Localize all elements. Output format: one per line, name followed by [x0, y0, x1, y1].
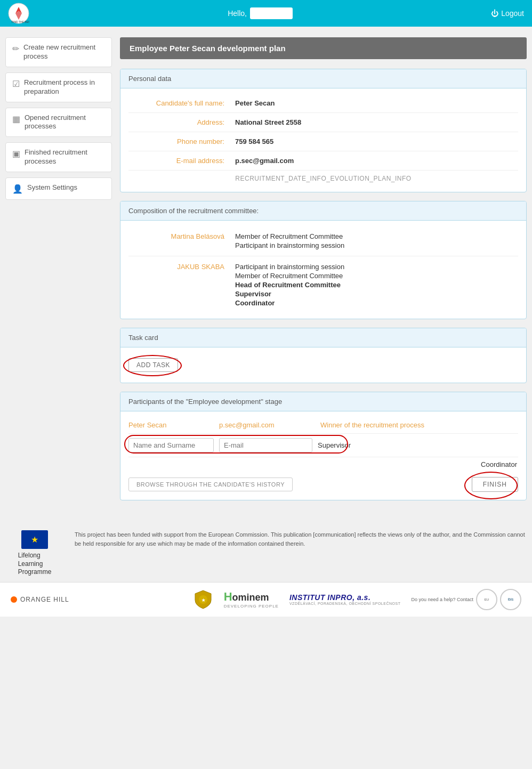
- personal-data-header: Personal data: [120, 69, 526, 88]
- sidebar-item-opened-recruitment[interactable]: ▦ Opened recruitment processes: [5, 108, 112, 137]
- checkbox-icon: ☑: [12, 79, 20, 89]
- page-title: Employee Peter Secan development plan: [120, 37, 527, 59]
- address-label: Address:: [128, 118, 235, 126]
- committee-card: Composition of the recruitment committee…: [120, 201, 527, 319]
- participant-name-0: Peter Secan: [128, 421, 214, 429]
- app-logo: FIND THE BEST: [8, 3, 29, 24]
- coordinator-label: Coordinator: [481, 460, 518, 468]
- main-layout: ✏ Create new recruitment process ☑ Recru…: [0, 27, 532, 520]
- program-text: LifelongLearningProgramme: [18, 552, 52, 576]
- lifelong-learning-label: LifelongLearningProgramme: [18, 552, 52, 577]
- committee-role-1-3: Supervisor: [235, 290, 344, 298]
- participant-email-0: p.sec@gmail.com: [219, 421, 315, 429]
- participants-header: Participants of the "Employee developmen…: [120, 392, 526, 411]
- hominem-logo: Hominem: [224, 590, 269, 604]
- personal-data-card: Personal data Candidate's full name: Pet…: [120, 69, 527, 192]
- partner-logos: ★ Hominem DEVELOPING PEOPLE INSTITUT INP…: [193, 589, 521, 610]
- personal-data-body: Candidate's full name: Peter Secan Addre…: [120, 88, 526, 192]
- emblem-icon: ★: [193, 589, 213, 610]
- checklist-icon: ▣: [12, 149, 20, 159]
- inpro-logo: INSTITUT INPRO, a.s.: [289, 593, 400, 602]
- finish-button[interactable]: FINISH: [472, 477, 518, 492]
- committee-role-1-1: Member of Recruitment Committee: [235, 272, 344, 280]
- committee-roles-0: Member of Recruitment Committee Particip…: [235, 232, 344, 249]
- bottom-buttons: BROWSE THROUGH THE CANDIDATE'S HISTORY F…: [128, 472, 518, 495]
- hominem-h-icon: H: [224, 590, 232, 603]
- partner-logo-1: ★: [193, 589, 213, 610]
- sidebar: ✏ Create new recruitment process ☑ Recru…: [5, 37, 112, 509]
- hello-label: Hello,: [228, 9, 247, 18]
- committee-member-0: Martina Belásová Member of Recruitment C…: [128, 226, 518, 256]
- hominem-sub: DEVELOPING PEOPLE: [224, 604, 279, 609]
- header: FIND THE BEST Hello, ⏻ Logout: [0, 0, 532, 27]
- sidebar-label-preparation: Recruitment process in preparation: [24, 78, 105, 96]
- task-card-header: Task card: [120, 328, 526, 347]
- committee-name-1: JAKUB SKABA: [128, 263, 235, 307]
- svg-text:★: ★: [201, 598, 205, 603]
- inpro-sub: VZDĚLÁVACÍ, PORADENSKÁ, OBCHODNÍ SPOLEČN…: [289, 602, 400, 605]
- committee-role-1-0: Participant in brainstorming session: [235, 263, 344, 271]
- badge-icon-1: EU: [476, 589, 497, 610]
- new-participant-row: Supervisor: [128, 434, 518, 457]
- fullname-label: Candidate's full name:: [128, 99, 235, 107]
- pencil-icon: ✏: [12, 44, 19, 54]
- sidebar-item-recruitment-preparation[interactable]: ☑ Recruitment process in preparation: [5, 72, 112, 102]
- finish-button-wrapper: FINISH: [472, 477, 518, 492]
- email-label: E-mail address:: [128, 157, 235, 165]
- phone-value: 759 584 565: [235, 137, 273, 145]
- orange-dot-icon: [11, 596, 17, 603]
- committee-roles-1: Participant in brainstorming session Mem…: [235, 263, 344, 307]
- grid-icon: ▦: [12, 114, 20, 124]
- participants-body: Peter Secan p.sec@gmail.com Winner of th…: [120, 411, 526, 500]
- brand-label: ORANGE HILL: [20, 596, 69, 603]
- partner-logo-2: Hominem DEVELOPING PEOPLE: [224, 590, 279, 609]
- email-row: E-mail address: p.sec@gmail.com: [128, 151, 518, 171]
- committee-name-0: Martina Belásová: [128, 232, 235, 249]
- sidebar-label-settings: System Settings: [27, 183, 77, 192]
- contact-info: Do you need a help? Contact: [411, 597, 473, 602]
- user-name-display: [250, 7, 293, 19]
- committee-member-1: JAKUB SKABA Participant in brainstorming…: [128, 256, 518, 313]
- email-input[interactable]: [219, 438, 312, 452]
- main-content: Employee Peter Secan development plan Pe…: [120, 37, 527, 509]
- supervisor-label: Supervisor: [318, 441, 351, 449]
- participants-card: Participants of the "Employee developmen…: [120, 392, 527, 500]
- eu-program-block: ★ LifelongLearningProgramme: [5, 530, 64, 577]
- name-surname-input[interactable]: [128, 438, 214, 452]
- sidebar-item-create-recruitment[interactable]: ✏ Create new recruitment process: [5, 37, 112, 67]
- fullname-row: Candidate's full name: Peter Secan: [128, 94, 518, 113]
- sidebar-item-system-settings[interactable]: 👤 System Settings: [5, 177, 112, 200]
- address-row: Address: National Street 2558: [128, 113, 518, 132]
- browse-history-button[interactable]: BROWSE THROUGH THE CANDIDATE'S HISTORY: [128, 477, 293, 491]
- fullname-value: Peter Secan: [235, 99, 275, 107]
- power-icon: ⏻: [491, 9, 498, 18]
- svg-text:FIND THE BEST: FIND THE BEST: [12, 20, 29, 23]
- partner-logo-3: INSTITUT INPRO, a.s. VZDĚLÁVACÍ, PORADEN…: [289, 593, 400, 605]
- address-value: National Street 2558: [235, 118, 301, 126]
- logo-area: FIND THE BEST: [8, 3, 29, 24]
- eu-flag-icon: ★: [21, 530, 48, 549]
- participant-role-0: Winner of the recruitment process: [320, 421, 424, 429]
- email-value: p.sec@gmail.com: [235, 157, 294, 165]
- committee-role-1-4: Coordinator: [235, 299, 344, 307]
- task-card-body: ADD TASK: [120, 347, 526, 383]
- badge-icon-2: ibis: [500, 589, 521, 610]
- coordinator-row: Coordinator: [128, 457, 518, 472]
- add-task-wrapper: ADD TASK: [128, 358, 178, 372]
- greeting-area: Hello,: [228, 7, 293, 19]
- add-task-button[interactable]: ADD TASK: [128, 358, 178, 372]
- footer-disclaimer: This project has been funded with suppor…: [75, 530, 527, 548]
- phone-label: Phone number:: [128, 137, 235, 145]
- sidebar-label-finished: Finished recruitment processes: [25, 148, 105, 166]
- user-icon: 👤: [12, 184, 23, 194]
- logout-button[interactable]: ⏻ Logout: [491, 9, 524, 18]
- phone-row: Phone number: 759 584 565: [128, 132, 518, 151]
- sidebar-label-opened: Opened recruitment processes: [25, 114, 105, 132]
- sidebar-item-finished-recruitment[interactable]: ▣ Finished recruitment processes: [5, 142, 112, 172]
- committee-role-0-0: Member of Recruitment Committee: [235, 232, 344, 240]
- contact-text: Do you need a help? Contact: [411, 597, 473, 602]
- sidebar-label-create: Create new recruitment process: [23, 43, 105, 61]
- info-text: RECRUITMENT_DATE_INFO_EVOLUTION_PLAN_INF…: [128, 171, 518, 187]
- committee-role-1-2: Head of Recruitment Committee: [235, 281, 344, 289]
- partner-badges: Do you need a help? Contact EU ibis: [411, 589, 521, 610]
